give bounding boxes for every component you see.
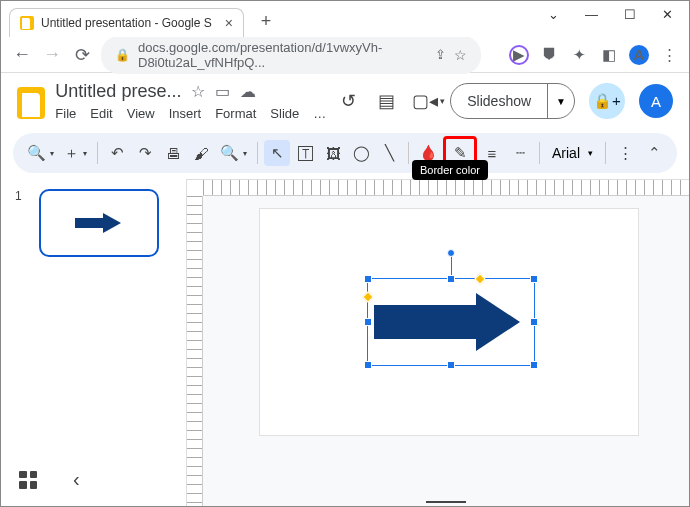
collapse-toolbar-icon[interactable]: ⌃ (641, 140, 667, 166)
star-outline-icon[interactable]: ☆ (191, 82, 205, 101)
canvas-area[interactable] (203, 196, 689, 507)
resize-handle-tm[interactable] (447, 275, 455, 283)
shape-icon[interactable]: ◯ (348, 140, 374, 166)
resize-handle-tl[interactable] (364, 275, 372, 283)
slides-favicon (20, 16, 34, 30)
ruler-vertical[interactable] (187, 196, 203, 507)
lock-icon: 🔒 (115, 48, 130, 62)
nav-back-icon[interactable]: ← (11, 44, 33, 66)
account-avatar[interactable]: A (639, 84, 673, 118)
close-tab-icon[interactable]: × (225, 15, 233, 31)
resize-handle-bl[interactable] (364, 361, 372, 369)
resize-handle-tr[interactable] (530, 275, 538, 283)
maximize-icon[interactable]: ☐ (624, 7, 636, 22)
slideshow-label: Slideshow (451, 93, 547, 109)
url-text: docs.google.com/presentation/d/1vwxyVh-D… (138, 40, 427, 70)
ruler-horizontal[interactable] (203, 180, 689, 196)
slide-number: 1 (15, 189, 22, 203)
app-header: Untitled prese... ☆ ▭ ☁ File Edit View I… (1, 73, 689, 129)
extension-square-icon[interactable]: ◧ (599, 45, 619, 65)
resize-handle-br[interactable] (530, 361, 538, 369)
border-dash-icon[interactable]: ┄ (507, 140, 533, 166)
menubar: File Edit View Insert Format Slide … (55, 106, 326, 121)
new-slide-button[interactable]: ＋▾ (60, 140, 91, 166)
slides-logo-icon[interactable] (17, 87, 45, 119)
nav-forward-icon: → (41, 44, 63, 66)
canvas-container (186, 179, 689, 507)
menu-view[interactable]: View (127, 106, 155, 121)
extensions-puzzle-icon[interactable]: ✦ (569, 45, 589, 65)
resize-handle-lm[interactable] (364, 318, 372, 326)
thumb-arrow-shape (75, 213, 123, 233)
menu-file[interactable]: File (55, 106, 76, 121)
new-tab-button[interactable]: + (252, 7, 280, 35)
document-title[interactable]: Untitled prese... (55, 81, 181, 102)
slide-panel: 1 ‹ (1, 179, 186, 507)
comments-icon[interactable]: ▤ (374, 90, 398, 112)
rotation-line (451, 255, 452, 275)
image-icon[interactable]: 🖼 (320, 140, 346, 166)
slide-canvas[interactable] (259, 208, 639, 436)
caret-down-icon[interactable]: ⌄ (548, 7, 559, 22)
print-icon[interactable]: 🖶 (160, 140, 186, 166)
slide-thumbnail-1[interactable] (39, 189, 159, 257)
redo-icon[interactable]: ↷ (132, 140, 158, 166)
rotation-handle[interactable] (447, 249, 455, 257)
menu-format[interactable]: Format (215, 106, 256, 121)
cloud-status-icon[interactable]: ☁ (240, 82, 256, 101)
workspace: 1 ‹ (1, 179, 689, 507)
menu-slide[interactable]: Slide (270, 106, 299, 121)
resize-handle-rm[interactable] (530, 318, 538, 326)
slideshow-dropdown[interactable]: ▼ (547, 84, 574, 118)
font-selector[interactable]: Arial▾ (546, 145, 599, 161)
toolbar: 🔍▾ ＋▾ ↶ ↷ 🖶 🖌 🔍▾ ↖ 🅃 🖼 ◯ ╲ 🩸 ✎ ≡ ┄ Arial… (13, 133, 677, 173)
browser-tab[interactable]: Untitled presentation - Google S × (9, 8, 244, 37)
tooltip-border-color: Border color (412, 160, 488, 180)
resize-handle-bm[interactable] (447, 361, 455, 369)
window-controls: ⌄ — ☐ ✕ (532, 1, 689, 28)
slideshow-button[interactable]: Slideshow ▼ (450, 83, 575, 119)
line-icon[interactable]: ╲ (376, 140, 402, 166)
browser-addressbar: ← → ⟳ 🔒 docs.google.com/presentation/d/1… (1, 37, 689, 73)
browser-menu-icon[interactable]: ⋮ (659, 45, 679, 65)
url-bar[interactable]: 🔒 docs.google.com/presentation/d/1vwxyVh… (101, 36, 481, 74)
menu-insert[interactable]: Insert (169, 106, 202, 121)
select-tool-icon[interactable]: ↖ (264, 140, 290, 166)
extension-shield-icon[interactable]: ⛊ (539, 45, 559, 65)
selected-shape[interactable] (368, 279, 534, 365)
text-box-icon[interactable]: 🅃 (292, 140, 318, 166)
zoom-button[interactable]: 🔍▾ (216, 140, 251, 166)
browser-titlebar: Untitled presentation - Google S × + ⌄ —… (1, 1, 689, 37)
bookmark-star-icon[interactable]: ☆ (454, 47, 467, 63)
share-button[interactable]: 🔒+ (589, 83, 625, 119)
selection-outline (367, 278, 535, 366)
minimize-icon[interactable]: — (585, 7, 598, 22)
grid-view-icon[interactable] (19, 471, 37, 489)
collapse-panel-icon[interactable]: ‹ (73, 468, 80, 491)
undo-icon[interactable]: ↶ (104, 140, 130, 166)
move-folder-icon[interactable]: ▭ (215, 82, 230, 101)
search-menus-button[interactable]: 🔍▾ (23, 140, 58, 166)
extension-play-icon[interactable]: ▶ (509, 45, 529, 65)
close-window-icon[interactable]: ✕ (662, 7, 673, 22)
menu-edit[interactable]: Edit (90, 106, 112, 121)
more-tools-icon[interactable]: ⋮ (612, 140, 638, 166)
paint-format-icon[interactable]: 🖌 (188, 140, 214, 166)
menu-more[interactable]: … (313, 106, 326, 121)
tab-title: Untitled presentation - Google S (41, 16, 212, 30)
profile-avatar-small[interactable]: A (629, 45, 649, 65)
caption-placeholder[interactable] (426, 501, 466, 503)
history-icon[interactable]: ↺ (336, 90, 360, 112)
meet-camera-icon[interactable]: ▢◂▾ (412, 90, 436, 112)
share-url-icon[interactable]: ⇪ (435, 47, 446, 62)
reload-icon[interactable]: ⟳ (71, 44, 93, 66)
